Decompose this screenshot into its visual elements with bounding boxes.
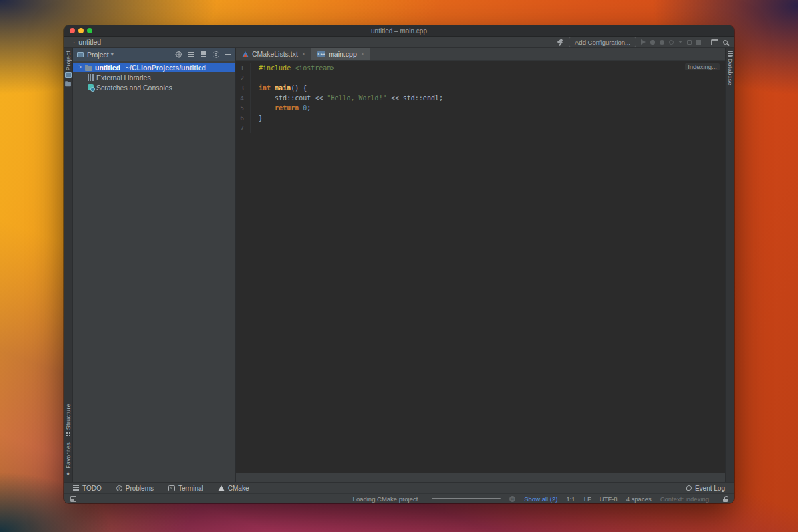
context-indicator: Context: indexing... — [660, 495, 714, 503]
titlebar[interactable]: untitled – main.cpp — [64, 25, 734, 37]
tab-cmakelists[interactable]: CMakeLists.txt × — [236, 48, 311, 60]
run-options-chevron-icon[interactable] — [678, 41, 682, 43]
event-log-button[interactable]: Event Log — [686, 485, 725, 492]
chevron-down-icon[interactable]: ▾ — [111, 51, 114, 57]
star-icon: ★ — [66, 471, 70, 477]
tab-main-cpp[interactable]: C++ main.cpp × — [311, 48, 370, 60]
encoding-indicator[interactable]: UTF-8 — [600, 495, 618, 503]
terminal-icon: > — [168, 485, 175, 491]
stop-icon[interactable] — [696, 40, 701, 45]
tree-row-untitled[interactable]: > untitled ~/CLionProjects/untitled — [73, 63, 235, 72]
project-tree: > untitled ~/CLionProjects/untitled Exte… — [73, 61, 235, 92]
folder-icon[interactable] — [65, 82, 71, 86]
expand-chevron-icon[interactable]: > — [79, 65, 85, 71]
cancel-progress-icon[interactable]: × — [509, 496, 515, 502]
tree-item-name: untitled — [95, 64, 120, 72]
search-everywhere-icon[interactable] — [723, 40, 728, 45]
hide-panel-icon[interactable] — [225, 54, 231, 55]
tool-button-database[interactable]: Database — [727, 48, 733, 88]
database-icon — [728, 51, 733, 57]
run-icon[interactable] — [641, 39, 646, 45]
event-log-icon — [686, 485, 692, 491]
problems-icon: ! — [116, 485, 122, 491]
run-with-coverage-icon[interactable] — [660, 40, 664, 45]
breadcrumb-dot: · — [73, 39, 75, 46]
folder-icon — [85, 66, 92, 71]
status-bar: Loading CMake project... × Show all (2) … — [64, 493, 734, 503]
project-panel: Project ▾ > untitled ~/CLionProjects/unt… — [73, 48, 236, 482]
expand-all-icon[interactable] — [188, 51, 194, 57]
tool-button-problems[interactable]: ! Problems — [116, 485, 154, 492]
code-area[interactable]: 1#include <iostream>23int main() {4 std:… — [236, 61, 725, 133]
project-tool-icon — [65, 72, 72, 78]
project-panel-title: Project — [87, 51, 109, 59]
toolwindow-layout-icon[interactable] — [711, 39, 718, 45]
build-icon[interactable] — [557, 39, 564, 46]
indent-indicator[interactable]: 4 spaces — [626, 495, 652, 503]
gear-icon[interactable] — [213, 51, 219, 58]
cmake-icon — [218, 485, 225, 491]
add-configuration-button[interactable]: Add Configuration... — [569, 37, 636, 47]
toolbar-divider — [706, 39, 706, 46]
window-title: untitled – main.cpp — [64, 27, 734, 35]
caret-position[interactable]: 1:1 — [566, 495, 575, 503]
tool-button-todo[interactable]: TODO — [73, 485, 102, 492]
profiler-icon[interactable] — [669, 40, 674, 45]
toolwindow-quick-access-icon[interactable] — [70, 496, 76, 502]
collapse-all-icon[interactable] — [200, 51, 207, 57]
tool-button-project[interactable]: Project — [65, 48, 72, 80]
tree-row-external-libraries[interactable]: External Libraries — [73, 72, 235, 82]
indexing-status: Indexing... — [685, 63, 720, 70]
tree-row-scratches[interactable]: Scratches and Consoles — [73, 82, 235, 92]
clion-window: untitled – main.cpp · untitled Add Confi… — [64, 25, 734, 503]
editor-column: CMakeLists.txt × C++ main.cpp × 1#includ… — [236, 48, 725, 482]
scratches-icon — [88, 84, 94, 90]
right-tool-stripe: Database — [725, 48, 734, 482]
project-view-icon — [77, 52, 84, 57]
cmake-progress-bar — [432, 498, 501, 499]
loading-label: Loading CMake project... — [353, 495, 424, 503]
cpp-file-icon: C++ — [317, 51, 325, 57]
editor-tab-bar: CMakeLists.txt × C++ main.cpp × — [236, 48, 725, 61]
tool-button-cmake[interactable]: CMake — [218, 485, 249, 492]
tool-button-terminal[interactable]: > Terminal — [168, 485, 203, 492]
library-icon — [88, 74, 94, 81]
tree-item-path: ~/CLionProjects/untitled — [126, 64, 206, 72]
main-toolbar: · untitled Add Configuration... — [64, 37, 734, 48]
lock-icon[interactable] — [723, 499, 728, 502]
show-all-link[interactable]: Show all (2) — [524, 495, 557, 503]
code-editor[interactable]: 1#include <iostream>23int main() {4 std:… — [236, 61, 725, 473]
project-panel-header[interactable]: Project ▾ — [73, 48, 235, 61]
structure-tool-icon — [66, 432, 71, 437]
left-tool-stripe: Project Structure Favorites ★ — [64, 48, 73, 482]
locate-file-icon[interactable] — [176, 51, 182, 57]
tool-button-structure[interactable]: Structure — [65, 401, 72, 440]
close-icon[interactable]: × — [361, 51, 364, 57]
cmake-file-icon — [242, 51, 249, 57]
debug-icon[interactable] — [650, 40, 655, 45]
breadcrumb-project[interactable]: untitled — [78, 38, 101, 46]
editor-bottom-filler — [236, 473, 725, 482]
line-ending-indicator[interactable]: LF — [584, 495, 591, 503]
attach-to-process-icon[interactable] — [687, 40, 692, 45]
tool-button-favorites[interactable]: Favorites ★ — [65, 440, 72, 479]
close-icon[interactable]: × — [302, 51, 305, 57]
bottom-toolwindow-bar: TODO ! Problems > Terminal CMake Event L… — [64, 482, 734, 493]
todo-list-icon — [73, 485, 79, 491]
